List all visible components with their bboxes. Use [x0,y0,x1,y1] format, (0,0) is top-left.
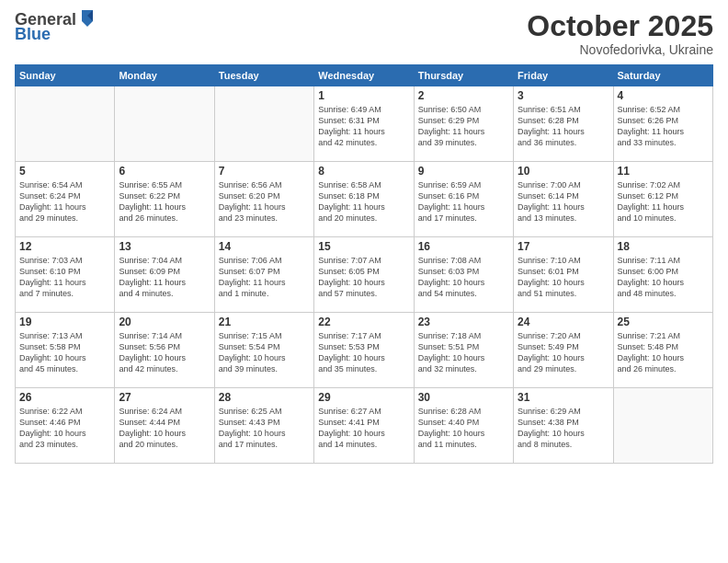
day-detail: Sunrise: 7:14 AM Sunset: 5:56 PM Dayligh… [119,330,210,375]
table-row: 9Sunrise: 6:59 AM Sunset: 6:16 PM Daylig… [414,162,513,237]
day-detail: Sunrise: 7:04 AM Sunset: 6:09 PM Dayligh… [119,255,210,300]
day-detail: Sunrise: 6:55 AM Sunset: 6:22 PM Dayligh… [119,179,210,224]
day-number: 2 [418,89,509,102]
header-monday: Monday [115,65,214,86]
day-number: 8 [318,165,409,178]
day-number: 17 [518,240,609,253]
day-detail: Sunrise: 6:27 AM Sunset: 4:41 PM Dayligh… [318,406,409,451]
day-detail: Sunrise: 7:11 AM Sunset: 6:00 PM Dayligh… [618,255,709,300]
day-detail: Sunrise: 6:24 AM Sunset: 4:44 PM Dayligh… [119,406,210,451]
day-detail: Sunrise: 7:03 AM Sunset: 6:10 PM Dayligh… [19,255,110,300]
day-detail: Sunrise: 7:13 AM Sunset: 5:58 PM Dayligh… [19,330,110,375]
table-row: 3Sunrise: 6:51 AM Sunset: 6:28 PM Daylig… [514,86,613,162]
table-row: 16Sunrise: 7:08 AM Sunset: 6:03 PM Dayli… [414,237,513,313]
day-number: 10 [518,165,609,178]
day-number: 1 [318,89,409,102]
day-detail: Sunrise: 6:49 AM Sunset: 6:31 PM Dayligh… [318,104,409,149]
day-detail: Sunrise: 6:59 AM Sunset: 6:16 PM Dayligh… [418,179,509,224]
day-number: 9 [418,165,509,178]
day-detail: Sunrise: 7:21 AM Sunset: 5:48 PM Dayligh… [618,330,709,375]
table-row: 19Sunrise: 7:13 AM Sunset: 5:58 PM Dayli… [16,313,115,388]
weekday-header-row: Sunday Monday Tuesday Wednesday Thursday… [16,65,713,86]
day-number: 7 [219,165,310,178]
table-row: 10Sunrise: 7:00 AM Sunset: 6:14 PM Dayli… [514,162,613,237]
calendar-week-row: 1Sunrise: 6:49 AM Sunset: 6:31 PM Daylig… [16,86,713,162]
day-detail: Sunrise: 6:54 AM Sunset: 6:24 PM Dayligh… [19,179,110,224]
day-detail: Sunrise: 6:28 AM Sunset: 4:40 PM Dayligh… [418,406,509,451]
day-number: 18 [618,240,709,253]
day-number: 20 [119,316,210,328]
day-number: 15 [318,240,409,253]
table-row: 18Sunrise: 7:11 AM Sunset: 6:00 PM Dayli… [613,237,712,313]
day-number: 5 [19,165,110,178]
table-row: 6Sunrise: 6:55 AM Sunset: 6:22 PM Daylig… [115,162,214,237]
table-row: 24Sunrise: 7:20 AM Sunset: 5:49 PM Dayli… [514,313,613,388]
calendar-week-row: 5Sunrise: 6:54 AM Sunset: 6:24 PM Daylig… [16,162,713,237]
table-row: 30Sunrise: 6:28 AM Sunset: 4:40 PM Dayli… [414,388,513,464]
page-container: General Blue October 2025 Novofedorivka,… [0,0,728,563]
day-detail: Sunrise: 6:58 AM Sunset: 6:18 PM Dayligh… [318,179,409,224]
day-detail: Sunrise: 7:08 AM Sunset: 6:03 PM Dayligh… [418,255,509,300]
calendar-week-row: 19Sunrise: 7:13 AM Sunset: 5:58 PM Dayli… [16,313,713,388]
table-row: 20Sunrise: 7:14 AM Sunset: 5:56 PM Dayli… [115,313,214,388]
logo-text: General Blue [15,11,95,44]
day-number: 26 [19,391,110,404]
day-detail: Sunrise: 7:00 AM Sunset: 6:14 PM Dayligh… [518,179,609,224]
table-row: 26Sunrise: 6:22 AM Sunset: 4:46 PM Dayli… [16,388,115,464]
day-detail: Sunrise: 6:22 AM Sunset: 4:46 PM Dayligh… [19,406,110,451]
table-row: 27Sunrise: 6:24 AM Sunset: 4:44 PM Dayli… [115,388,214,464]
day-number: 31 [518,391,609,404]
day-detail: Sunrise: 7:06 AM Sunset: 6:07 PM Dayligh… [219,255,310,300]
table-row: 22Sunrise: 7:17 AM Sunset: 5:53 PM Dayli… [314,313,414,388]
day-number: 11 [618,165,709,178]
header-thursday: Thursday [414,65,513,86]
table-row: 13Sunrise: 7:04 AM Sunset: 6:09 PM Dayli… [115,237,214,313]
day-number: 6 [119,165,210,178]
day-detail: Sunrise: 7:02 AM Sunset: 6:12 PM Dayligh… [618,179,709,224]
day-number: 19 [19,316,110,328]
day-number: 29 [318,391,409,404]
table-row: 5Sunrise: 6:54 AM Sunset: 6:24 PM Daylig… [16,162,115,237]
day-detail: Sunrise: 7:10 AM Sunset: 6:01 PM Dayligh… [518,255,609,300]
header-saturday: Saturday [613,65,712,86]
table-row [16,86,115,162]
table-row: 1Sunrise: 6:49 AM Sunset: 6:31 PM Daylig… [314,86,414,162]
table-row: 31Sunrise: 6:29 AM Sunset: 4:38 PM Dayli… [514,388,613,464]
day-detail: Sunrise: 7:15 AM Sunset: 5:54 PM Dayligh… [219,330,310,375]
day-number: 23 [418,316,509,328]
table-row: 17Sunrise: 7:10 AM Sunset: 6:01 PM Dayli… [514,237,613,313]
day-number: 16 [418,240,509,253]
table-row: 11Sunrise: 7:02 AM Sunset: 6:12 PM Dayli… [613,162,712,237]
day-detail: Sunrise: 6:52 AM Sunset: 6:26 PM Dayligh… [618,104,709,149]
table-row: 29Sunrise: 6:27 AM Sunset: 4:41 PM Dayli… [314,388,414,464]
title-section: October 2025 Novofedorivka, Ukraine [527,11,713,57]
month-title: October 2025 [527,11,713,40]
day-number: 28 [219,391,310,404]
calendar-table: Sunday Monday Tuesday Wednesday Thursday… [15,64,713,464]
table-row: 2Sunrise: 6:50 AM Sunset: 6:29 PM Daylig… [414,86,513,162]
day-number: 27 [119,391,210,404]
table-row: 4Sunrise: 6:52 AM Sunset: 6:26 PM Daylig… [613,86,712,162]
table-row: 12Sunrise: 7:03 AM Sunset: 6:10 PM Dayli… [16,237,115,313]
table-row: 7Sunrise: 6:56 AM Sunset: 6:20 PM Daylig… [214,162,313,237]
day-number: 3 [518,89,609,102]
calendar-week-row: 12Sunrise: 7:03 AM Sunset: 6:10 PM Dayli… [16,237,713,313]
table-row [214,86,313,162]
day-detail: Sunrise: 7:20 AM Sunset: 5:49 PM Dayligh… [518,330,609,375]
day-number: 13 [119,240,210,253]
day-number: 22 [318,316,409,328]
day-detail: Sunrise: 7:18 AM Sunset: 5:51 PM Dayligh… [418,330,509,375]
logo-blue: Blue [15,26,95,44]
day-detail: Sunrise: 6:50 AM Sunset: 6:29 PM Dayligh… [418,104,509,149]
day-number: 14 [219,240,310,253]
day-detail: Sunrise: 6:51 AM Sunset: 6:28 PM Dayligh… [518,104,609,149]
header: General Blue October 2025 Novofedorivka,… [15,11,713,57]
day-detail: Sunrise: 7:07 AM Sunset: 6:05 PM Dayligh… [318,255,409,300]
day-detail: Sunrise: 6:29 AM Sunset: 4:38 PM Dayligh… [518,406,609,451]
header-friday: Friday [514,65,613,86]
day-detail: Sunrise: 6:56 AM Sunset: 6:20 PM Dayligh… [219,179,310,224]
table-row: 28Sunrise: 6:25 AM Sunset: 4:43 PM Dayli… [214,388,313,464]
table-row: 14Sunrise: 7:06 AM Sunset: 6:07 PM Dayli… [214,237,313,313]
day-number: 24 [518,316,609,328]
header-sunday: Sunday [16,65,115,86]
